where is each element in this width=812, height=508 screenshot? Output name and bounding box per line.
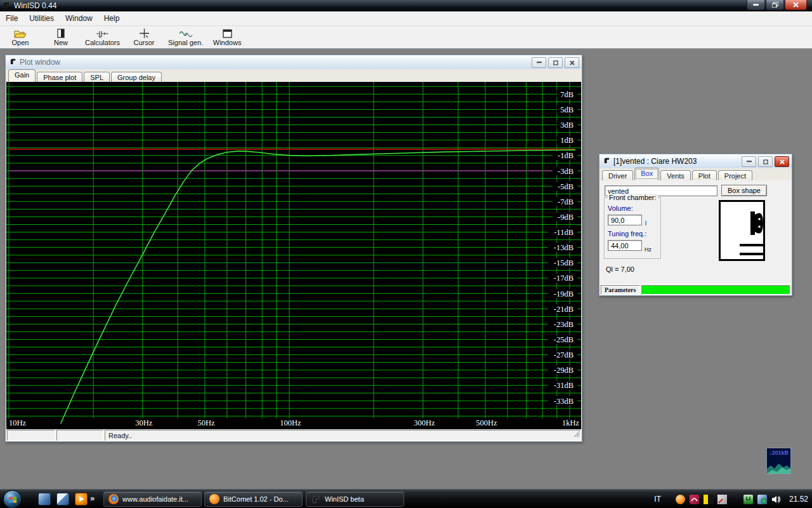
status-panel-ready: Ready.. bbox=[105, 430, 580, 441]
project-window-titlebar[interactable]: [1]vented : Ciare HW203 bbox=[599, 154, 792, 168]
plot-minimize-button[interactable] bbox=[532, 57, 546, 68]
plot-window-titlebar[interactable]: Plot window bbox=[6, 55, 582, 69]
media-player-icon[interactable] bbox=[75, 493, 88, 505]
resize-grip-icon[interactable] bbox=[573, 429, 580, 440]
language-indicator[interactable]: IT bbox=[654, 495, 661, 504]
gain-plot-canvas[interactable]: 7dB5dB3dB1dB-1dB-3dB-5dB-7dB-9dB-11dB-13… bbox=[6, 82, 581, 429]
toolbar-label: Open bbox=[12, 39, 29, 46]
plot-statusbar: Ready.. bbox=[6, 429, 582, 441]
tuning-freq-unit: Hz bbox=[645, 246, 652, 253]
tab-box[interactable]: Box bbox=[634, 168, 659, 180]
volume-label: Volume: bbox=[608, 204, 633, 212]
svg-text:-21dB: -21dB bbox=[554, 305, 573, 314]
status-panel-1 bbox=[7, 430, 55, 441]
red-shield-tray-icon[interactable] bbox=[690, 495, 699, 504]
toolbar-label: Calculators bbox=[85, 39, 120, 46]
svg-text:-15dB: -15dB bbox=[554, 258, 573, 267]
cursor-button[interactable]: Cursor bbox=[124, 27, 164, 47]
box-shape-button[interactable]: Box shape bbox=[721, 185, 767, 196]
volume-field[interactable]: 90,0 bbox=[608, 215, 642, 225]
svg-text:3dB: 3dB bbox=[560, 121, 573, 130]
toolbar-overflow-chevron[interactable]: » bbox=[90, 493, 95, 503]
winisd-app-icon bbox=[3, 1, 10, 11]
svg-text:1kHz: 1kHz bbox=[562, 418, 580, 427]
main-titlebar: WinISD 0.44 bbox=[0, 0, 812, 11]
svg-text:10Hz: 10Hz bbox=[9, 418, 27, 427]
signal-gen-button[interactable]: Signal gen. bbox=[164, 27, 207, 47]
project-statusbar: Parameters bbox=[599, 284, 792, 295]
start-button[interactable] bbox=[3, 490, 22, 508]
plot-restore-button[interactable] bbox=[548, 57, 563, 68]
close-button[interactable] bbox=[785, 0, 807, 10]
winisd-app-icon bbox=[603, 157, 610, 166]
gray-app-tray-icon[interactable] bbox=[717, 495, 727, 504]
show-desktop-icon[interactable] bbox=[38, 493, 51, 505]
svg-text:50Hz: 50Hz bbox=[197, 418, 215, 427]
task-button-label: www.audiofaidate.it... bbox=[122, 495, 188, 503]
calculators-button[interactable]: Calculators bbox=[81, 27, 124, 47]
toolbar-label: New bbox=[54, 39, 68, 46]
menu-file[interactable]: File bbox=[0, 12, 23, 25]
yellow-black-tray-icon[interactable] bbox=[704, 495, 713, 504]
network-tray-icon[interactable] bbox=[757, 495, 767, 504]
project-restore-button[interactable] bbox=[758, 156, 773, 167]
task-button-firefox[interactable]: www.audiofaidate.it... bbox=[103, 491, 202, 507]
project-minimize-button[interactable] bbox=[742, 156, 756, 167]
svg-text:-13dB: -13dB bbox=[554, 243, 573, 252]
task-button-winisd[interactable]: WinISD beta bbox=[306, 491, 404, 507]
svg-text:-19dB: -19dB bbox=[554, 290, 573, 298]
desktop: { "main_window": { "title": "WinISD 0.44… bbox=[0, 0, 812, 508]
svg-text:7dB: 7dB bbox=[560, 90, 573, 99]
svg-text:-5dB: -5dB bbox=[558, 182, 573, 191]
project-close-button[interactable] bbox=[775, 156, 789, 167]
svg-text:-25dB: -25dB bbox=[554, 335, 573, 344]
plot-close-button[interactable] bbox=[565, 57, 579, 68]
cursor-crosshair-icon bbox=[140, 28, 149, 39]
task-button-bitcomet[interactable]: BitComet 1.02 - Do... bbox=[204, 491, 303, 507]
winisd-task-icon bbox=[311, 494, 321, 504]
ql-value-text: Ql = 7,00 bbox=[606, 265, 634, 273]
project-window-title: [1]vented : Ciare HW203 bbox=[613, 157, 697, 166]
svg-text:-11dB: -11dB bbox=[554, 228, 573, 237]
parameters-panel[interactable]: Parameters bbox=[601, 285, 640, 295]
plot-window-title: Plot window bbox=[20, 58, 60, 67]
project-window: [1]vented : Ciare HW203 Driver Box Vents… bbox=[599, 154, 792, 296]
new-button[interactable]: New bbox=[41, 27, 81, 47]
svg-text:1dB: 1dB bbox=[560, 136, 573, 145]
new-document-icon bbox=[57, 28, 65, 39]
tab-gain[interactable]: Gain bbox=[8, 69, 36, 82]
volume-tray-icon[interactable] bbox=[771, 495, 781, 504]
front-chamber-legend: Front chamber: bbox=[608, 194, 658, 201]
tuning-freq-label: Tuning freq.: bbox=[608, 230, 646, 237]
svg-text:500Hz: 500Hz bbox=[476, 418, 497, 427]
front-chamber-group: Front chamber: Volume: 90,0 l Tuning fre… bbox=[604, 197, 661, 259]
menu-help[interactable]: Help bbox=[98, 12, 126, 25]
windows-button[interactable]: Windows bbox=[207, 27, 247, 47]
minimize-button[interactable] bbox=[747, 0, 765, 10]
restore-button[interactable] bbox=[766, 0, 784, 10]
plot-tab-bar: Gain Phase plot SPL Group delay bbox=[6, 69, 582, 82]
plot-window: Plot window Gain Phase plot SPL Group de… bbox=[5, 55, 582, 442]
menu-utilities[interactable]: Utilities bbox=[23, 12, 60, 25]
windows-icon bbox=[223, 28, 232, 39]
svg-text:-9dB: -9dB bbox=[558, 213, 573, 222]
svg-text:30Hz: 30Hz bbox=[135, 418, 153, 427]
bitcomet-icon bbox=[209, 494, 219, 504]
open-button[interactable]: Open bbox=[0, 27, 41, 47]
clock[interactable]: 21.52 bbox=[789, 495, 808, 504]
power-tray-icon[interactable] bbox=[743, 495, 753, 504]
signal-generator-icon bbox=[179, 28, 193, 39]
menu-window[interactable]: Window bbox=[60, 12, 98, 25]
orange-ball-tray-icon[interactable] bbox=[676, 495, 685, 504]
network-traffic-widget[interactable]: ↓201kB bbox=[766, 448, 791, 474]
windows-flag-icon bbox=[8, 495, 17, 504]
tuning-freq-field[interactable]: 44,00 bbox=[608, 240, 642, 251]
speaker-box-drawing bbox=[721, 202, 763, 259]
project-tab-bar: Driver Box Vents Plot Project bbox=[599, 168, 792, 180]
volume-unit: l bbox=[645, 220, 646, 227]
box-shape-diagram bbox=[719, 200, 765, 261]
svg-text:300Hz: 300Hz bbox=[414, 418, 435, 427]
svg-text:-33dB: -33dB bbox=[554, 397, 573, 406]
switch-windows-icon[interactable] bbox=[56, 493, 69, 505]
toolbar: Open New Calculators Cursor Signal gen. … bbox=[0, 26, 812, 49]
